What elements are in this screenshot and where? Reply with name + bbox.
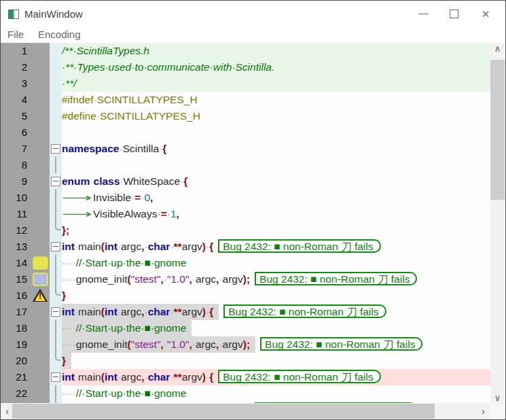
- fold-margin[interactable]: [50, 43, 62, 59]
- fold-margin[interactable]: [50, 222, 62, 239]
- scroll-right-icon[interactable]: ›: [478, 403, 488, 419]
- fold-margin[interactable]: [50, 304, 62, 320]
- horizontal-scrollbar-thumb[interactable]: [12, 404, 435, 419]
- code-line[interactable]: }: [62, 353, 492, 369]
- title-bar[interactable]: MainWindow ✕: [1, 1, 505, 28]
- code-line[interactable]: ⟶VisibleAlways·=·1,: [62, 206, 492, 222]
- code-line[interactable]: enum·class·WhiteSpace·{: [62, 173, 492, 190]
- marker-margin[interactable]: [31, 369, 50, 385]
- fold-margin[interactable]: [50, 255, 62, 271]
- line-number[interactable]: 2: [1, 59, 31, 75]
- code-line[interactable]: }: [62, 287, 492, 304]
- code-line[interactable]: ····gnome_init("stest",·"1.0",·argc,·arg…: [62, 336, 492, 353]
- code-line[interactable]: ····gnome_init("stest",·"1.0",·argc,·arg…: [62, 271, 492, 287]
- line-number[interactable]: 10: [1, 190, 31, 206]
- marker-margin[interactable]: [31, 157, 50, 173]
- marker-margin[interactable]: [31, 239, 50, 255]
- marker-margin[interactable]: [31, 124, 50, 141]
- line-number[interactable]: 4: [1, 92, 31, 108]
- line-number[interactable]: 9: [1, 173, 31, 190]
- code-line[interactable]: #ifndef·SCINTILLATYPES_H: [62, 92, 492, 108]
- marker-margin[interactable]: [31, 190, 50, 206]
- scroll-left-icon[interactable]: ‹: [2, 403, 12, 419]
- line-number[interactable]: 6: [1, 124, 31, 141]
- line-number[interactable]: 12: [1, 222, 31, 239]
- code-line[interactable]: ⟶Invisible·=·0,: [62, 190, 492, 206]
- fold-margin[interactable]: [50, 157, 62, 173]
- marker-margin[interactable]: [31, 43, 50, 59]
- line-number[interactable]: 7: [1, 141, 31, 157]
- fold-margin[interactable]: [50, 287, 62, 304]
- marker-margin[interactable]: [31, 222, 50, 239]
- fold-margin[interactable]: [50, 353, 62, 369]
- line-number[interactable]: 8: [1, 157, 31, 173]
- line-number[interactable]: 20: [1, 353, 31, 369]
- menu-item-encoding[interactable]: Encoding: [38, 28, 81, 43]
- marker-margin[interactable]: [31, 206, 50, 222]
- code-line[interactable]: /**·ScintillaTypes.h: [62, 43, 492, 59]
- code-line[interactable]: int·main(int·argc,·char·**argv)·{Bug 243…: [62, 239, 492, 255]
- scroll-down-icon[interactable]: ∨: [490, 393, 505, 404]
- fold-margin[interactable]: [50, 320, 62, 336]
- fold-margin[interactable]: [50, 239, 62, 255]
- fold-margin[interactable]: [50, 92, 62, 108]
- fold-margin[interactable]: [50, 108, 62, 124]
- marker-margin[interactable]: [31, 141, 50, 157]
- fold-collapse-icon[interactable]: [51, 177, 60, 186]
- marker-margin[interactable]: [31, 108, 50, 124]
- code-editor[interactable]: 1/**·ScintillaTypes.h2·**·Types·used·to·…: [1, 43, 492, 404]
- marker-margin[interactable]: [31, 75, 50, 92]
- fold-collapse-icon[interactable]: [51, 144, 60, 154]
- fold-margin[interactable]: [50, 59, 62, 75]
- marker-margin[interactable]: [31, 304, 50, 320]
- fold-collapse-icon[interactable]: [51, 372, 60, 382]
- fold-margin[interactable]: [50, 271, 62, 287]
- fold-margin[interactable]: [50, 206, 62, 222]
- line-number[interactable]: 13: [1, 239, 31, 255]
- fold-margin[interactable]: [50, 173, 62, 190]
- code-line[interactable]: ····//·Start·up·the·■·gnome: [62, 255, 492, 271]
- line-number[interactable]: 22: [1, 385, 31, 402]
- code-line[interactable]: int·main(int·argc,·char·**argv)·{Bug 243…: [62, 304, 492, 320]
- marker-margin[interactable]: [31, 353, 50, 369]
- line-number[interactable]: 16: [1, 287, 31, 304]
- fold-margin[interactable]: [50, 336, 62, 353]
- code-line[interactable]: int·main(int·argc,·char·**argv)·{Bug 243…: [62, 369, 492, 385]
- vertical-scrollbar[interactable]: ∧ ∨: [490, 43, 505, 404]
- line-number[interactable]: 1: [1, 43, 31, 59]
- horizontal-scrollbar[interactable]: ‹ ›: [1, 403, 491, 419]
- code-line[interactable]: ····//·Start·up·the·■·gnome: [62, 385, 492, 402]
- marker-margin[interactable]: !: [31, 287, 50, 304]
- maximize-button[interactable]: [439, 1, 470, 28]
- marker-margin[interactable]: [31, 255, 50, 271]
- line-number[interactable]: 14: [1, 255, 31, 271]
- close-button[interactable]: ✕: [470, 1, 501, 28]
- marker-margin[interactable]: [31, 59, 50, 75]
- marker-margin[interactable]: [31, 271, 50, 287]
- marker-margin[interactable]: [31, 336, 50, 353]
- line-number[interactable]: 19: [1, 336, 31, 353]
- fold-collapse-icon[interactable]: [51, 307, 60, 317]
- vertical-scrollbar-thumb[interactable]: [490, 60, 505, 200]
- code-line[interactable]: ·**/: [62, 75, 492, 92]
- line-number[interactable]: 5: [1, 108, 31, 124]
- fold-margin[interactable]: [50, 75, 62, 92]
- line-number[interactable]: 18: [1, 320, 31, 336]
- marker-margin[interactable]: [31, 320, 50, 336]
- code-line[interactable]: ····//·Start·up·the·■·gnome: [62, 320, 492, 336]
- line-number[interactable]: 3: [1, 75, 31, 92]
- fold-margin[interactable]: [50, 369, 62, 385]
- scroll-up-icon[interactable]: ∧: [490, 43, 505, 54]
- menu-item-file[interactable]: File: [7, 28, 24, 43]
- fold-collapse-icon[interactable]: [51, 242, 60, 251]
- minimize-button[interactable]: [408, 1, 439, 28]
- fold-margin[interactable]: [50, 124, 62, 141]
- code-line[interactable]: ·**·Types·used·to·communicate·with·Scint…: [62, 59, 492, 75]
- marker-margin[interactable]: [31, 92, 50, 108]
- fold-margin[interactable]: [50, 141, 62, 157]
- line-number[interactable]: 15: [1, 271, 31, 287]
- code-line[interactable]: [62, 124, 492, 141]
- marker-margin[interactable]: [31, 385, 50, 402]
- code-line[interactable]: [62, 157, 492, 173]
- code-line[interactable]: namespace·Scintilla·{: [62, 141, 492, 157]
